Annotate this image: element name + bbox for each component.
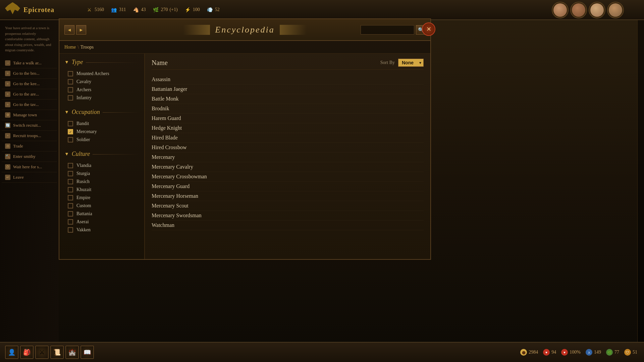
hud-kingdom-button[interactable]: 🏰 bbox=[65, 346, 79, 359]
sidebar-item-go-arena[interactable]: ≡ Go to the are... bbox=[2, 89, 57, 100]
result-item[interactable]: Mercenary Cavalry bbox=[152, 162, 424, 172]
sidebar-item-go-tavern[interactable]: ≡ Go to the tav... bbox=[2, 100, 57, 110]
checkbox-archers[interactable] bbox=[68, 87, 73, 93]
take-walk-label: Take a walk ar... bbox=[13, 60, 42, 66]
result-item[interactable]: Mercenary Scout bbox=[152, 201, 424, 211]
filter-item-rusich[interactable]: Rusich bbox=[64, 178, 139, 186]
checkbox-rusich[interactable] bbox=[68, 179, 73, 184]
hud-party-button[interactable]: ⚔ bbox=[35, 346, 49, 359]
result-item[interactable]: Harem Guard bbox=[152, 114, 424, 123]
hud-inventory-button[interactable]: 🎒 bbox=[20, 346, 34, 359]
result-item[interactable]: Mercenary Guard bbox=[152, 182, 424, 191]
portrait-4[interactable] bbox=[607, 2, 624, 18]
result-item[interactable]: Hired Crossbow bbox=[152, 143, 424, 153]
filter-item-custom[interactable]: Custom bbox=[64, 202, 139, 210]
portrait-2[interactable] bbox=[570, 2, 587, 18]
filter-item-sturgia[interactable]: Sturgia bbox=[64, 170, 139, 178]
hud-food-stat: 🌿 77 bbox=[606, 349, 619, 356]
result-item[interactable]: Mercenary Swordsman bbox=[152, 211, 424, 221]
go-tavern-icon: ≡ bbox=[5, 102, 10, 107]
checkbox-battania[interactable] bbox=[68, 211, 73, 217]
filter-item-khuzait[interactable]: Khuzait bbox=[64, 186, 139, 194]
portrait-3[interactable] bbox=[589, 2, 605, 18]
custom-label: Custom bbox=[76, 203, 91, 208]
sidebar-item-go-brothel[interactable]: ≡ Go to the bro... bbox=[2, 68, 57, 79]
infantry-label: Infantry bbox=[76, 95, 92, 101]
sidebar-item-trade[interactable]: ⚖ Trade bbox=[2, 141, 57, 152]
portrait-1[interactable] bbox=[552, 2, 569, 18]
hud-character-button[interactable]: 👤 bbox=[5, 346, 18, 359]
sort-dropdown-wrapper: None Name Type bbox=[398, 59, 424, 67]
nav-forward-button[interactable]: ► bbox=[76, 25, 86, 35]
breadcrumb: Home \ Troops bbox=[59, 41, 430, 54]
checkbox-vakken[interactable] bbox=[68, 227, 73, 233]
checkbox-soldier[interactable] bbox=[68, 137, 73, 142]
checkbox-infantry[interactable] bbox=[68, 95, 73, 101]
morale-value: 100 bbox=[193, 7, 200, 12]
checkbox-custom[interactable] bbox=[68, 203, 73, 208]
filter-item-bandit[interactable]: Bandit bbox=[64, 120, 139, 128]
result-item[interactable]: Brodnik bbox=[152, 104, 424, 114]
filter-item-aserai[interactable]: Aserai bbox=[64, 218, 139, 226]
hud-quests-button[interactable]: 📜 bbox=[50, 346, 64, 359]
checkbox-vlandia[interactable] bbox=[68, 163, 73, 168]
nav-back-button[interactable]: ◄ bbox=[64, 25, 74, 35]
filter-item-cavalry[interactable]: Cavalry bbox=[64, 78, 139, 86]
sidebar-item-enter-smithy[interactable]: 🔨 Enter smithy bbox=[2, 152, 57, 162]
result-item[interactable]: Battanian Jaeger bbox=[152, 84, 424, 94]
result-item[interactable]: Mercenary bbox=[152, 153, 424, 162]
sidebar-item-wait-here[interactable]: ⏱ Wait here for s... bbox=[2, 162, 57, 172]
sidebar-item-leave[interactable]: ↩ Leave bbox=[2, 172, 57, 183]
result-item[interactable]: Battle Monk bbox=[152, 94, 424, 104]
checkbox-sturgia[interactable] bbox=[68, 171, 73, 176]
hud-encyclopedia-button[interactable]: 📖 bbox=[80, 346, 94, 359]
hud-health-stat: ♥ 94 bbox=[543, 349, 556, 356]
close-button[interactable]: ✕ bbox=[422, 22, 435, 36]
sidebar-item-manage-town[interactable]: ⚙ Manage town bbox=[2, 110, 57, 120]
filter-item-mounted-archers[interactable]: Mounted Archers bbox=[64, 70, 139, 78]
sidebar-item-go-keep[interactable]: ≡ Go to the kee... bbox=[2, 79, 57, 89]
filter-panel: ▼ Type Mounted Archers Cavalry Archers bbox=[59, 54, 145, 259]
result-item[interactable]: Watchman bbox=[152, 221, 424, 230]
filter-item-vakken[interactable]: Vakken bbox=[64, 226, 139, 234]
filter-item-archers[interactable]: Archers bbox=[64, 86, 139, 94]
go-keep-icon: ≡ bbox=[5, 81, 10, 86]
hud-food-value: 77 bbox=[614, 350, 619, 355]
stat-troops: 👥 311 bbox=[111, 6, 126, 13]
checkbox-aserai[interactable] bbox=[68, 219, 73, 225]
filter-item-infantry[interactable]: Infantry bbox=[64, 94, 139, 102]
result-item[interactable]: Assassin bbox=[152, 75, 424, 84]
filter-item-soldier[interactable]: Soldier bbox=[64, 136, 139, 144]
aserai-label: Aserai bbox=[76, 219, 89, 225]
checkbox-bandit[interactable] bbox=[68, 121, 73, 126]
filter-item-mercenary[interactable]: Mercenary bbox=[64, 128, 139, 136]
result-item[interactable]: Mercenary Horseman bbox=[152, 191, 424, 201]
sort-dropdown[interactable]: None Name Type bbox=[398, 59, 424, 67]
occupation-collapse-arrow[interactable]: ▼ bbox=[64, 110, 69, 115]
culture-collapse-arrow[interactable]: ▼ bbox=[64, 152, 69, 157]
filter-item-empire[interactable]: Empire bbox=[64, 194, 139, 202]
filter-item-battania[interactable]: Battania bbox=[64, 210, 139, 218]
result-item[interactable]: Hired Blade bbox=[152, 133, 424, 143]
result-item[interactable]: Hedge Knight bbox=[152, 123, 424, 133]
filter-item-vlandia[interactable]: Vlandia bbox=[64, 162, 139, 170]
hud-morale-icon: ⚔ bbox=[586, 349, 592, 356]
type-collapse-arrow[interactable]: ▼ bbox=[64, 60, 69, 65]
manage-town-icon: ⚙ bbox=[5, 112, 10, 118]
search-input[interactable] bbox=[361, 25, 414, 35]
results-header: Name Sort By None Name Type bbox=[152, 59, 424, 70]
result-item[interactable]: Mercenary Crossbowman bbox=[152, 172, 424, 182]
checkbox-khuzait[interactable] bbox=[68, 187, 73, 192]
sidebar-item-take-walk[interactable]: → Take a walk ar... bbox=[2, 58, 57, 68]
checkbox-cavalry[interactable] bbox=[68, 79, 73, 84]
go-keep-label: Go to the kee... bbox=[13, 81, 40, 86]
right-scroll[interactable] bbox=[637, 20, 644, 342]
breadcrumb-home[interactable]: Home bbox=[64, 45, 76, 50]
speed-value: 52 bbox=[215, 7, 220, 12]
checkbox-mercenary[interactable] bbox=[68, 129, 73, 134]
sidebar-item-switch-recruit[interactable]: 🔄 Switch recruit... bbox=[2, 120, 57, 131]
checkbox-empire[interactable] bbox=[68, 195, 73, 200]
sidebar-item-recruit-troops[interactable]: + Recruit troops... bbox=[2, 131, 57, 141]
go-brothel-label: Go to the bro... bbox=[13, 71, 40, 76]
checkbox-mounted-archers[interactable] bbox=[68, 71, 73, 76]
